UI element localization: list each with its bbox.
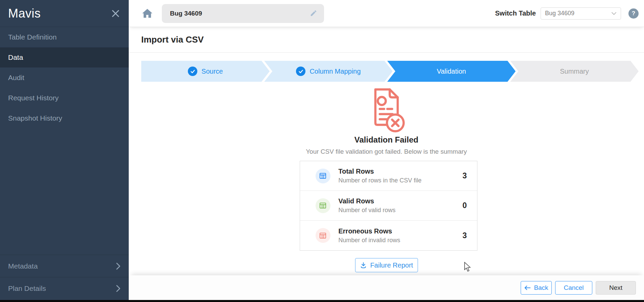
sidebar-item-plan-details[interactable]: Plan Details — [0, 277, 129, 299]
cancel-button[interactable]: Cancel — [555, 281, 592, 295]
table-title-input[interactable]: Bug 34609 — [162, 4, 324, 23]
download-icon — [360, 262, 367, 269]
stat-row-total-rows: Total Rows Number of rows in the CSV fil… — [300, 161, 477, 191]
result-title: Validation Failed — [129, 135, 644, 145]
sidebar-item-table-definition[interactable]: Table Definition — [0, 27, 129, 47]
arrow-left-icon — [524, 285, 531, 291]
check-circle-icon — [188, 67, 197, 76]
home-button[interactable] — [142, 9, 152, 18]
switch-table-select[interactable]: Bug 34609 — [541, 7, 621, 20]
wizard-steps: Source Column Mapping Validation Summary — [129, 53, 644, 82]
table-title-text: Bug 34609 — [170, 10, 202, 17]
next-button[interactable]: Next — [596, 281, 636, 295]
topbar: Bug 34609 Switch Table Bug 34609 ? — [129, 0, 644, 27]
chevron-down-icon — [611, 11, 617, 16]
topbar-right-group: Switch Table Bug 34609 ? — [495, 7, 644, 20]
sidebar-item-audit[interactable]: Audit — [0, 68, 129, 88]
stat-value: 0 — [463, 201, 467, 210]
stat-title: Valid Rows — [339, 197, 463, 205]
sidebar-header: Mavis — [0, 0, 129, 27]
sidebar-item-metadata[interactable]: Metadata — [0, 255, 129, 277]
home-icon — [142, 9, 152, 18]
stat-description: Number of valid rows — [339, 207, 463, 214]
document-error-icon — [366, 88, 407, 132]
table-icon — [316, 228, 330, 243]
app-brand: Mavis — [8, 6, 41, 21]
stat-value: 3 — [463, 231, 467, 240]
switch-table-selected-value: Bug 34609 — [545, 10, 574, 17]
sidebar-bottom-group: Metadata Plan Details — [0, 255, 129, 302]
back-button[interactable]: Back — [521, 281, 552, 295]
window-bottom-edge — [0, 300, 644, 302]
step-source[interactable]: Source — [141, 61, 270, 82]
page-title: Import via CSV — [141, 34, 204, 45]
stat-value: 3 — [463, 171, 467, 180]
chevron-right-icon — [116, 285, 121, 292]
main-content: Import via CSV Source Column Mapping Val… — [129, 27, 644, 300]
wizard-footer: Back Cancel Next — [129, 275, 644, 300]
step-column-mapping[interactable]: Column Mapping — [264, 61, 393, 82]
chevron-right-icon — [116, 262, 121, 270]
step-summary: Summary — [510, 61, 639, 82]
check-circle-icon — [296, 67, 305, 76]
table-icon — [316, 198, 330, 213]
stat-row-erroneous-rows: Erroneous Rows Number of invalid rows 3 — [300, 221, 477, 250]
failure-report-button[interactable]: Failure Report — [355, 258, 418, 272]
help-button[interactable]: ? — [628, 8, 639, 19]
sidebar-item-data[interactable]: Data — [0, 47, 129, 68]
stat-title: Total Rows — [339, 168, 463, 175]
stat-description: Number of rows in the CSV file — [339, 177, 463, 184]
stat-title: Erroneous Rows — [339, 227, 463, 235]
step-label: Column Mapping — [309, 68, 361, 75]
switch-table-label: Switch Table — [495, 9, 536, 17]
pencil-icon[interactable] — [310, 9, 317, 17]
result-subtitle: Your CSV file validation got failed. Bel… — [129, 148, 644, 155]
validation-stats-card: Total Rows Number of rows in the CSV fil… — [300, 161, 477, 251]
help-icon: ? — [632, 10, 635, 17]
step-label: Summary — [560, 68, 589, 75]
sidebar-item-snapshot-history[interactable]: Snapshot History — [0, 108, 129, 128]
page-title-row: Import via CSV — [129, 27, 644, 53]
sidebar-item-request-history[interactable]: Request History — [0, 88, 129, 108]
failure-report-label: Failure Report — [370, 261, 413, 269]
stat-description: Number of invalid rows — [339, 237, 463, 244]
stat-row-valid-rows: Valid Rows Number of valid rows 0 — [300, 191, 477, 221]
sidebar: Mavis Table Definition Data Audit Reques… — [0, 0, 129, 302]
validation-result: Validation Failed Your CSV file validati… — [129, 88, 644, 272]
table-icon — [316, 169, 330, 183]
step-label: Validation — [437, 68, 466, 75]
step-validation[interactable]: Validation — [387, 61, 516, 82]
step-label: Source — [201, 68, 223, 75]
close-icon[interactable] — [110, 8, 121, 19]
